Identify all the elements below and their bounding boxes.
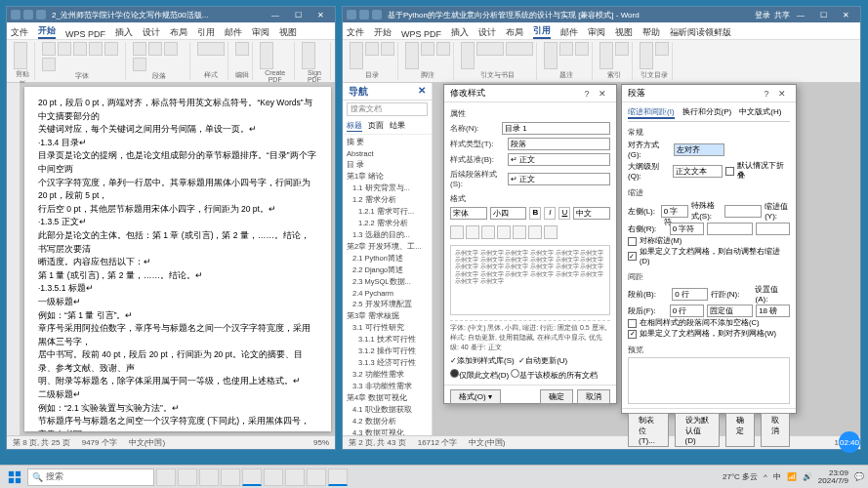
tab-view[interactable]: 视图 [279, 26, 297, 39]
nav-item[interactable]: 1.2.1 需求可行... [345, 206, 430, 218]
template-radio[interactable] [511, 369, 519, 378]
tab-wpspdf[interactable]: WPS PDF [65, 29, 105, 39]
save-icon[interactable] [347, 10, 356, 20]
tab-home[interactable]: 开始 [38, 24, 56, 39]
indent-dec-button[interactable] [528, 225, 542, 239]
taskbar-search-input[interactable]: 🔍搜索 [27, 468, 154, 486]
tab-layout[interactable]: 布局 [170, 26, 187, 39]
document-page-left[interactable]: 20 pt，段后 0 pt，两端对齐，标点符号用英文标点符号。“Key Word… [24, 87, 331, 431]
nav-tab-pages[interactable]: 页面 [368, 120, 384, 132]
align-left-button[interactable] [450, 225, 464, 239]
page-status[interactable]: 第 8 页, 共 25 页 [13, 437, 70, 448]
mirror-indents-checkbox[interactable] [628, 237, 637, 246]
align-justify-button[interactable] [497, 225, 511, 239]
undo-icon[interactable] [359, 10, 369, 20]
tab-file[interactable]: 文件 [11, 26, 28, 39]
close-icon[interactable]: ✕ [835, 8, 856, 21]
nav-item[interactable]: 第2章 开发环境、工... [345, 241, 430, 253]
nav-item[interactable]: 第4章 数据可视化 [345, 392, 430, 404]
underline-button[interactable]: U [558, 207, 570, 220]
mail-icon[interactable] [221, 468, 240, 486]
close-icon[interactable]: ✕ [595, 89, 610, 99]
vscode-icon[interactable] [285, 468, 305, 486]
doc-only-radio[interactable] [450, 369, 459, 378]
close-icon[interactable]: ✕ [774, 89, 790, 99]
app-icon[interactable] [307, 468, 326, 486]
max-icon[interactable]: ☐ [287, 8, 309, 21]
zoom-status[interactable]: 95% [313, 438, 329, 447]
nav-item[interactable]: 2.3 MySQL数据... [345, 276, 430, 288]
nav-item[interactable]: 3.1 可行性研究 [345, 322, 430, 334]
cancel-button[interactable]: 取消 [761, 413, 790, 447]
space-after-spinner[interactable]: 0 行 [670, 305, 704, 317]
set-default-button[interactable]: 设为默认值(D) [675, 413, 720, 447]
nav-item[interactable]: 1.3 选题的目的... [345, 229, 430, 241]
line-spacing-button[interactable] [513, 225, 526, 239]
italic-button[interactable]: I [544, 207, 556, 220]
indent-inc-button[interactable] [544, 225, 558, 239]
nav-tab-results[interactable]: 结果 [390, 120, 405, 132]
nav-item[interactable]: 3.1.1 技术可行性 [345, 334, 430, 346]
nav-item[interactable]: 1.2.2 需求分析 [345, 218, 430, 229]
indent-right-spinner[interactable]: 0 字符 [670, 223, 704, 235]
nav-item[interactable]: 2.4 Pycharm [345, 288, 430, 299]
line-spacing-at-spinner[interactable]: 18 磅 [756, 305, 790, 317]
indent-left-spinner[interactable]: 0 字符 [661, 205, 688, 218]
line-spacing-select[interactable]: 固定值 [707, 305, 754, 317]
nav-item[interactable]: Abstract [345, 148, 430, 159]
word-icon[interactable] [242, 468, 262, 486]
tab-insert[interactable]: 插入 [115, 26, 133, 39]
bold-button[interactable]: B [529, 207, 541, 220]
nav-item[interactable]: 3.3 非功能性需求 [345, 381, 430, 392]
special-indent-select[interactable] [724, 205, 762, 218]
style-based-on-select[interactable]: ↵ 正文 [508, 153, 610, 166]
nav-item[interactable]: 4.3 数据可视化 [345, 427, 430, 435]
recorder-timer[interactable]: 02:40 [839, 431, 860, 453]
snap-grid-checkbox[interactable]: ✓ [628, 330, 637, 339]
redo-icon[interactable] [36, 10, 46, 20]
close-icon[interactable]: ✕ [310, 8, 331, 21]
format-menu-button[interactable]: 格式(O) ▾ [450, 389, 501, 404]
nav-item[interactable]: 2.1 Python简述 [345, 253, 430, 264]
ok-button[interactable]: 确定 [540, 389, 573, 404]
wechat-icon[interactable] [264, 468, 283, 486]
nav-item[interactable]: 3.1.2 操作可行性 [345, 346, 430, 357]
nav-item[interactable]: 2.5 开发环境配置 [345, 299, 430, 310]
wifi-icon[interactable]: 📶 [787, 472, 797, 481]
nav-item[interactable]: 第1章 绪论 [345, 171, 430, 183]
nav-close-icon[interactable]: ✕ [418, 85, 426, 98]
login-link[interactable]: 登录 [755, 10, 770, 20]
paste-button[interactable] [14, 42, 27, 69]
outline-level-select[interactable]: 正文文本 [673, 165, 723, 178]
nav-item[interactable]: 3.2 功能性需求 [345, 369, 430, 381]
start-button[interactable] [4, 468, 25, 486]
nav-search-input[interactable]: 搜索文档 [347, 102, 428, 116]
max-icon[interactable]: ☐ [812, 8, 834, 21]
nav-item[interactable]: 4.1 职业数据获取 [345, 404, 430, 416]
tab-references[interactable]: 引用 [197, 26, 215, 39]
redo-icon[interactable] [372, 10, 382, 20]
volume-icon[interactable]: 🔊 [803, 472, 812, 481]
tab-references[interactable]: 引用 [533, 24, 551, 39]
explorer-icon[interactable] [178, 468, 197, 486]
ime-icon[interactable]: 中 [773, 471, 781, 482]
subtab-indent[interactable]: 缩进和间距(I) [628, 106, 675, 119]
ok-button[interactable]: 确定 [725, 413, 755, 447]
undo-icon[interactable] [23, 10, 33, 20]
word-count[interactable]: 9479 个字 [82, 437, 117, 448]
system-tray[interactable]: 27°C 多云 ^ 中 📶 🔊 23:09 2024/7/9 💬 [723, 469, 864, 485]
align-right-button[interactable] [481, 225, 495, 239]
word2-icon[interactable] [328, 468, 348, 486]
no-space-same-style-checkbox[interactable] [628, 319, 637, 328]
nav-item[interactable]: 1.2 需求分析 [345, 194, 430, 206]
nav-outline[interactable]: 摘 要Abstract目 录第1章 绪论1.1 研究背景与...1.2 需求分析… [343, 135, 432, 435]
nav-item[interactable]: 3.1.3 经济可行性 [345, 357, 430, 369]
notifications-icon[interactable]: 💬 [854, 472, 864, 481]
tab-mailings[interactable]: 邮件 [225, 26, 242, 39]
tab-design[interactable]: 设计 [143, 26, 160, 39]
help-icon[interactable]: ? [759, 89, 774, 99]
tabs-button[interactable]: 制表位(T)... [628, 413, 669, 447]
lang-status[interactable]: 中文(中国) [129, 437, 165, 448]
edge-icon[interactable] [199, 468, 219, 486]
toc-button[interactable] [350, 42, 363, 69]
